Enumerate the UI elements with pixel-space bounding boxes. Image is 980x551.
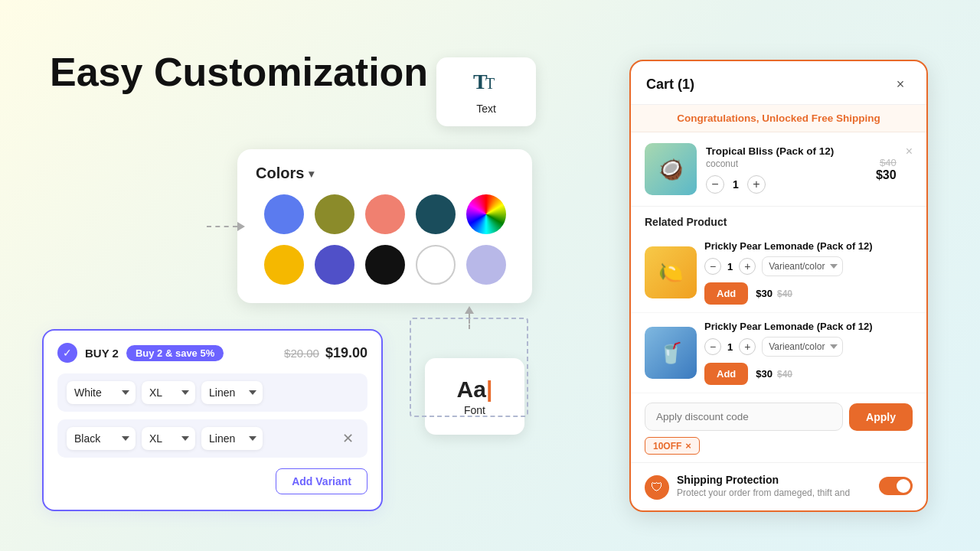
cart-item-info: Tropical Bliss (Pack of 12) coconut − 1 …: [706, 145, 867, 194]
variant-row-1: White Black XL L M Linen Cotton: [57, 373, 368, 412]
add-variant-button[interactable]: Add Variant: [276, 468, 368, 494]
variants-header: ✓ BUY 2 Buy 2 & save 5% $20.00 $19.00: [57, 343, 368, 363]
text-widget-label: Text: [476, 103, 496, 115]
related-qty-val-2: 1: [727, 341, 733, 353]
buy-label: BUY 2: [85, 347, 119, 360]
text-icon: T T: [472, 69, 501, 99]
related-add-button-2[interactable]: Add: [704, 363, 748, 385]
cart-panel: Cart (1) × Congratulations, Unlocked Fre…: [629, 60, 928, 512]
discount-section: Apply 10OFF ×: [631, 393, 926, 463]
related-qty-val-1: 1: [727, 261, 733, 272]
cart-item-price-new: $30: [876, 168, 897, 182]
size-select-2[interactable]: XL L M: [142, 427, 195, 450]
related-variant-select-1[interactable]: Varieant/color: [762, 256, 843, 276]
colors-widget: Colors ▾: [237, 149, 532, 303]
related-item-1-controls: − 1 + Varieant/color: [704, 256, 913, 276]
related-item-1-name: Prickly Pear Lemonade (Pack of 12): [704, 240, 913, 252]
related-qty-increase-1[interactable]: +: [739, 258, 756, 275]
related-item-2-name: Prickly Pear Lemonade (Pack of 12): [704, 321, 913, 332]
material-select-1[interactable]: Linen Cotton: [201, 381, 263, 404]
color-dark-teal[interactable]: [416, 194, 456, 234]
remove-variant-button[interactable]: ✕: [337, 428, 358, 449]
related-qty-increase-2[interactable]: +: [739, 338, 756, 355]
related-item-2-prices: $30 $40: [756, 368, 792, 380]
related-item-1-image: 🍋: [645, 246, 697, 298]
color-black[interactable]: [365, 245, 405, 285]
up-arrow-indicator: [465, 306, 474, 329]
related-price-new-1: $30: [756, 288, 773, 299]
colors-header: Colors ▾: [256, 165, 514, 182]
price-area: $20.00 $19.00: [284, 345, 368, 361]
arrow-indicator: [207, 222, 249, 231]
related-price-old-2: $40: [777, 369, 792, 380]
size-select-1[interactable]: XL L M: [142, 381, 195, 404]
apply-discount-button[interactable]: Apply: [849, 403, 913, 431]
discount-input[interactable]: [645, 403, 843, 431]
cart-item-remove-button[interactable]: ×: [906, 143, 913, 158]
related-variant-select-2[interactable]: Varieant/color: [762, 337, 843, 357]
color-blue[interactable]: [264, 194, 304, 234]
text-widget: T T Text: [436, 57, 536, 126]
related-item-2-controls: − 1 + Varieant/color: [704, 337, 913, 357]
color-indigo[interactable]: [315, 245, 354, 285]
page-title: Easy Customization: [50, 50, 428, 96]
tag-remove-button[interactable]: ×: [685, 440, 691, 452]
free-shipping-bold: Free Shipping: [812, 112, 880, 124]
color-orange[interactable]: [264, 245, 304, 285]
cart-item-image: 🥥: [645, 143, 697, 195]
discount-tag: 10OFF ×: [645, 437, 700, 455]
related-product-header: Related Product: [631, 207, 926, 233]
cart-item-price-old: $40: [876, 157, 897, 168]
related-item-2: 🥤 Prickly Pear Lemonade (Pack of 12) − 1…: [631, 313, 926, 393]
old-price: $20.00: [284, 347, 319, 360]
new-price: $19.00: [325, 345, 368, 361]
shield-icon: 🛡: [645, 475, 669, 500]
related-price-new-2: $30: [756, 368, 773, 380]
color-salmon[interactable]: [365, 194, 405, 234]
qty-increase-button[interactable]: +: [747, 175, 766, 194]
color-grid: [256, 194, 514, 285]
qty-decrease-button[interactable]: −: [706, 175, 724, 194]
qty-controls: − 1 +: [706, 175, 867, 194]
cart-item-name: Tropical Bliss (Pack of 12): [706, 145, 867, 157]
related-item-1-prices: $30 $40: [756, 288, 792, 299]
colors-title: Colors: [256, 165, 304, 182]
dashed-box-indicator: [410, 318, 528, 417]
svg-text:T: T: [485, 75, 495, 92]
related-item-2-info: Prickly Pear Lemonade (Pack of 12) − 1 +…: [704, 321, 913, 385]
color-select-1[interactable]: White Black: [67, 381, 136, 404]
shipping-protection: 🛡 Shipping Protection Protect your order…: [631, 463, 926, 510]
cart-close-button[interactable]: ×: [890, 73, 911, 95]
cart-item: 🥥 Tropical Bliss (Pack of 12) coconut − …: [631, 132, 926, 207]
shipping-text: Shipping Protection Protect your order f…: [677, 474, 871, 498]
color-lavender[interactable]: [466, 245, 506, 285]
cart-header: Cart (1) ×: [631, 61, 926, 105]
check-icon: ✓: [57, 343, 77, 363]
shipping-title: Shipping Protection: [677, 474, 871, 486]
related-qty-decrease-2[interactable]: −: [704, 338, 721, 355]
material-select-2[interactable]: Linen Cotton: [201, 427, 263, 450]
qty-value: 1: [730, 178, 741, 191]
toggle-container: [879, 474, 913, 495]
related-item-2-image: 🥤: [645, 327, 697, 379]
related-add-button-1[interactable]: Add: [704, 282, 748, 305]
color-white[interactable]: [416, 245, 456, 285]
free-shipping-text: Congratulations, Unlocked: [677, 112, 812, 124]
free-shipping-banner: Congratulations, Unlocked Free Shipping: [631, 105, 926, 132]
save-badge: Buy 2 & save 5%: [126, 345, 224, 361]
shipping-protection-toggle[interactable]: [879, 477, 913, 495]
related-price-old-1: $40: [777, 289, 792, 299]
variants-header-left: ✓ BUY 2 Buy 2 & save 5%: [57, 343, 224, 363]
chevron-down-icon: ▾: [309, 168, 314, 180]
discount-tag-label: 10OFF: [653, 441, 681, 452]
cart-item-prices: $40 $30: [876, 157, 897, 182]
color-olive[interactable]: [315, 194, 354, 234]
related-qty-decrease-1[interactable]: −: [704, 258, 721, 275]
shipping-desc: Protect your order from dameged, thift a…: [677, 487, 871, 498]
cart-item-sub: coconut: [706, 158, 867, 169]
color-select-2[interactable]: Black White: [67, 427, 136, 450]
color-rainbow[interactable]: [466, 194, 506, 234]
related-item-1-info: Prickly Pear Lemonade (Pack of 12) − 1 +…: [704, 240, 913, 305]
discount-row: Apply: [645, 403, 913, 431]
variants-card: ✓ BUY 2 Buy 2 & save 5% $20.00 $19.00 Wh…: [42, 329, 383, 511]
